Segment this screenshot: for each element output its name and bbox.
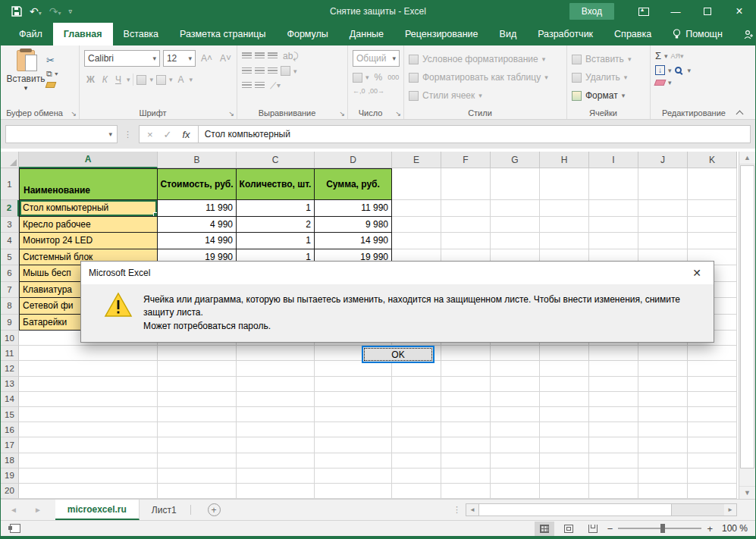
cell-D4[interactable]: 14 990 [315,233,392,249]
fill-handle[interactable] [153,212,158,217]
zoom-out-icon[interactable]: − [607,523,613,534]
row-header-6[interactable]: 6 [1,265,19,282]
save-icon[interactable] [11,6,22,17]
cell-G3[interactable] [491,217,540,233]
cell-E15[interactable] [392,407,441,422]
cell-J19[interactable] [638,468,688,484]
cell-D2[interactable]: 11 990 [315,200,392,217]
name-box[interactable]: ▾ [5,125,118,143]
ribbon-tab-разработчик[interactable]: Разработчик [527,23,604,45]
sheet-tab-active[interactable]: microexcel.ru [55,500,140,520]
dialog-launcher-icon[interactable]: ↘ [395,110,401,118]
cell-C16[interactable] [237,422,315,437]
cell-C19[interactable] [237,468,315,484]
cell-C17[interactable] [237,437,315,453]
cell-H1[interactable] [540,168,589,200]
cell-A18[interactable] [19,453,158,468]
cell-E4[interactable] [392,233,441,249]
cell-F4[interactable] [441,233,491,249]
column-header-H[interactable]: H [540,152,589,168]
cell-B12[interactable] [158,361,237,376]
font-size-combo[interactable]: 12▾ [163,50,196,67]
cell-G1[interactable] [491,168,540,200]
cell-E17[interactable] [392,437,441,453]
zoom-slider-thumb[interactable] [660,524,665,533]
cell-B2[interactable]: 11 990 [158,200,237,217]
column-header-C[interactable]: C [237,152,315,168]
cell-I4[interactable] [589,233,638,249]
cell-C12[interactable] [237,361,315,376]
cell-I14[interactable] [589,392,638,407]
cell-C2[interactable]: 1 [237,200,315,217]
ribbon-tab-формулы[interactable]: Формулы [276,23,338,45]
cell-J11[interactable] [638,346,688,361]
normal-view-icon[interactable] [535,522,554,536]
cell-F16[interactable] [441,422,491,437]
cell-B18[interactable] [158,453,237,468]
row-header-15[interactable]: 15 [1,407,19,422]
cell-H13[interactable] [540,377,589,392]
cell-D19[interactable] [315,468,392,484]
cell-D1[interactable]: Сумма, руб. [315,168,392,200]
cell-J4[interactable] [638,233,688,249]
cell-D13[interactable] [315,377,392,392]
ribbon-tab-поделиться[interactable]: Поделиться [733,23,756,45]
row-header-12[interactable]: 12 [1,361,19,376]
row-header-20[interactable]: 20 [1,484,19,499]
row-header-19[interactable]: 19 [1,468,19,484]
cell-C13[interactable] [237,377,315,392]
cell-K16[interactable] [688,422,737,437]
cell-F19[interactable] [441,468,491,484]
page-break-view-icon[interactable] [583,522,603,536]
zoom-slider[interactable] [618,528,701,529]
cell-A12[interactable] [19,361,158,376]
cell-K4[interactable] [688,233,737,249]
cell-K2[interactable] [688,200,737,217]
formula-bar-splitter[interactable]: ⋮ [124,130,133,139]
next-sheet-icon[interactable]: ► [34,506,42,514]
cell-G4[interactable] [491,233,540,249]
cell-B17[interactable] [158,437,237,453]
cell-D12[interactable] [315,361,392,376]
name-box-dropdown-icon[interactable]: ▾ [108,130,112,138]
formula-input[interactable]: Стол компьютерный [199,125,751,143]
cell-C4[interactable]: 1 [237,233,315,249]
cell-E12[interactable] [392,361,441,376]
cell-I19[interactable] [589,468,638,484]
ok-button[interactable]: OK [362,346,434,363]
cell-F12[interactable] [441,361,491,376]
copy-icon[interactable]: ⧉ ▾ [46,69,58,79]
cell-D17[interactable] [315,437,392,453]
fill-icon[interactable]: ↓ [655,65,665,75]
ribbon-tab-рецензирование[interactable]: Рецензирование [394,23,489,45]
cell-K19[interactable] [688,468,737,484]
cell-J1[interactable] [638,168,688,200]
insert-function-icon[interactable]: fx [183,129,190,140]
cell-J2[interactable] [638,200,688,217]
sheet-tab[interactable]: Лист1 [140,500,189,520]
cell-I12[interactable] [589,361,638,376]
cell-I15[interactable] [589,407,638,422]
cell-B13[interactable] [158,377,237,392]
cell-E13[interactable] [392,377,441,392]
cell-D18[interactable] [315,453,392,468]
dialog-launcher-icon[interactable]: ↘ [228,110,234,118]
scroll-right-icon[interactable]: ► [724,504,736,515]
cell-C14[interactable] [237,392,315,407]
cell-G13[interactable] [491,377,540,392]
clear-icon[interactable] [654,80,667,86]
cell-G19[interactable] [491,468,540,484]
cell-H20[interactable] [540,484,589,499]
cell-J3[interactable] [638,217,688,233]
cell-B1[interactable]: Стоимость, руб. [158,168,237,200]
row-header-4[interactable]: 4 [1,233,19,249]
column-header-D[interactable]: D [315,152,392,168]
row-header-18[interactable]: 18 [1,453,19,468]
cell-I20[interactable] [589,484,638,499]
cell-H3[interactable] [540,217,589,233]
cells-item[interactable]: Формат▾ [572,88,647,103]
cell-I17[interactable] [589,437,638,453]
ribbon-tab-справка[interactable]: Справка [604,23,662,45]
row-header-13[interactable]: 13 [1,377,19,392]
cell-J18[interactable] [638,453,688,468]
